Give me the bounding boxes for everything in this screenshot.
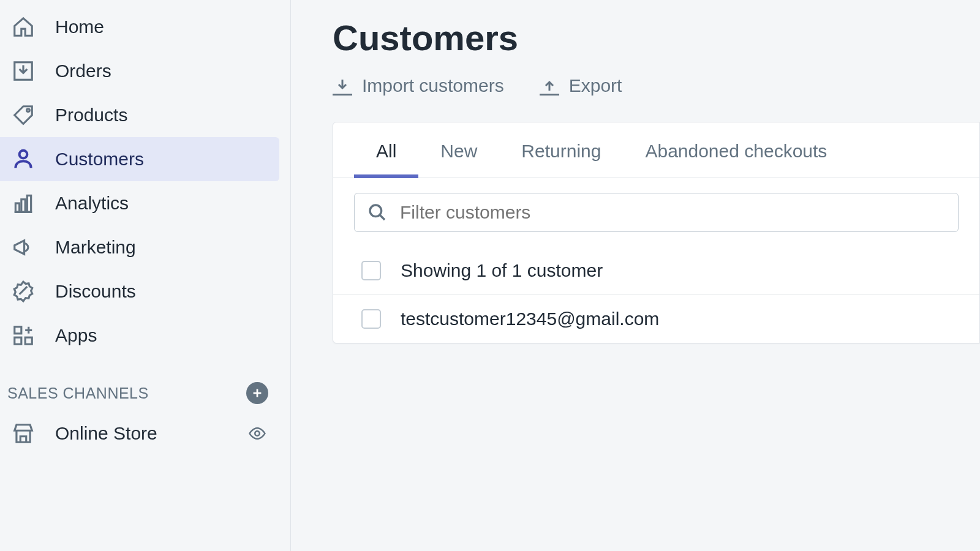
tab-abandoned-checkouts[interactable]: Abandoned checkouts (623, 122, 849, 178)
export-button[interactable]: Export (540, 75, 622, 96)
customer-email: testcustomer12345@gmail.com (401, 309, 659, 329)
tabs: All New Returning Abandoned checkouts (333, 122, 979, 178)
svg-point-1 (27, 109, 30, 112)
sidebar-item-label: Apps (55, 325, 97, 346)
tab-new[interactable]: New (418, 122, 499, 178)
list-header: Showing 1 of 1 customer (333, 247, 979, 295)
sidebar-item-analytics[interactable]: Analytics (0, 181, 279, 225)
tab-returning[interactable]: Returning (499, 122, 623, 178)
import-customers-button[interactable]: Import customers (333, 75, 504, 96)
home-icon (11, 15, 36, 39)
svg-rect-3 (15, 203, 19, 212)
page-actions: Import customers Export (333, 75, 980, 96)
import-icon (333, 76, 352, 96)
svg-rect-4 (21, 200, 25, 212)
select-all-checkbox[interactable] (361, 261, 381, 280)
export-label: Export (569, 75, 622, 96)
filter-input[interactable] (400, 202, 946, 223)
sidebar-item-apps[interactable]: Apps (0, 313, 279, 358)
apps-icon (11, 323, 36, 348)
svg-rect-6 (15, 327, 21, 334)
sidebar-item-label: Home (55, 17, 104, 37)
main-content: Customers Import customers Export All Ne… (291, 0, 980, 551)
megaphone-icon (11, 235, 36, 260)
svg-point-9 (255, 431, 260, 436)
channel-item-label: Online Store (55, 423, 246, 444)
customer-row[interactable]: testcustomer12345@gmail.com (333, 295, 979, 343)
sidebar-item-label: Marketing (55, 237, 136, 258)
sidebar-item-orders[interactable]: Orders (0, 49, 279, 93)
tag-icon (11, 103, 36, 127)
sidebar-item-customers[interactable]: Customers (0, 137, 279, 181)
tab-all[interactable]: All (354, 122, 418, 178)
store-icon (11, 421, 36, 446)
sidebar: Home Orders Products Customers Analytics… (0, 0, 291, 551)
add-channel-button[interactable] (246, 382, 268, 404)
discount-icon (11, 279, 36, 304)
svg-rect-5 (27, 195, 31, 212)
filter-row (333, 178, 979, 247)
export-icon (540, 76, 559, 96)
orders-icon (11, 59, 36, 83)
svg-point-10 (370, 205, 382, 217)
view-store-button[interactable] (246, 422, 268, 444)
sidebar-item-label: Discounts (55, 281, 136, 302)
bar-chart-icon (11, 191, 36, 216)
sales-channels-header: SALES CHANNELS (0, 358, 279, 411)
sidebar-item-marketing[interactable]: Marketing (0, 225, 279, 269)
svg-rect-7 (15, 337, 21, 344)
channel-item-online-store[interactable]: Online Store (0, 411, 279, 455)
filter-search-box[interactable] (354, 193, 959, 232)
sidebar-item-home[interactable]: Home (0, 5, 279, 49)
sidebar-item-label: Customers (55, 149, 144, 170)
svg-rect-8 (25, 337, 32, 344)
count-text: Showing 1 of 1 customer (401, 260, 603, 281)
row-checkbox[interactable] (361, 309, 381, 329)
sales-channels-title: SALES CHANNELS (7, 384, 149, 402)
sidebar-item-label: Products (55, 105, 127, 126)
svg-point-2 (20, 151, 28, 159)
customers-card: All New Returning Abandoned checkouts Sh… (333, 122, 980, 343)
import-label: Import customers (362, 75, 504, 96)
sidebar-item-label: Analytics (55, 193, 129, 214)
sidebar-item-label: Orders (55, 61, 111, 81)
page-title: Customers (333, 17, 980, 58)
sidebar-item-products[interactable]: Products (0, 93, 279, 137)
search-icon (367, 202, 388, 223)
sidebar-item-discounts[interactable]: Discounts (0, 269, 279, 313)
user-icon (11, 147, 36, 171)
